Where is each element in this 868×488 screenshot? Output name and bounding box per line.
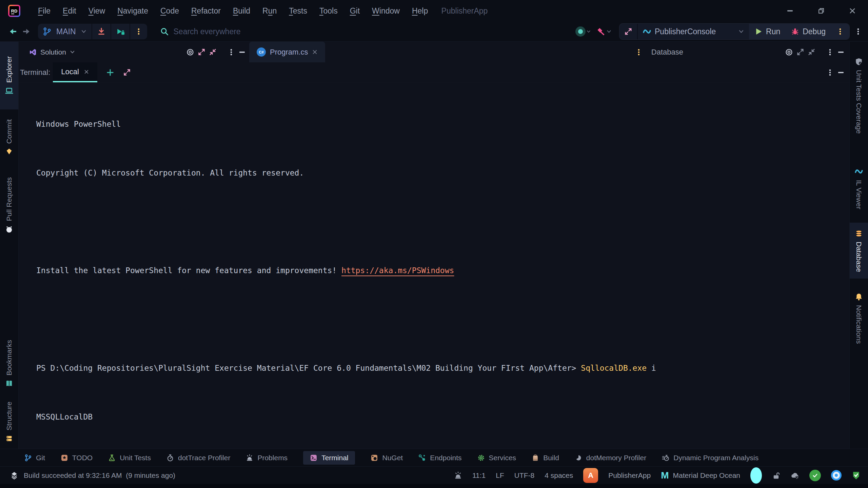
locate-button[interactable] <box>785 48 793 56</box>
profiler-button[interactable] <box>575 26 591 37</box>
theme-widget[interactable]: M Material Deep Ocean <box>661 470 740 481</box>
run-config-selector[interactable]: PublisherConsole <box>637 24 749 39</box>
minimize-icon <box>238 48 246 56</box>
status-run-config[interactable]: PublisherApp <box>608 471 651 480</box>
terminal-tab-local[interactable]: Local <box>53 62 97 82</box>
sidebar-item-il-viewer[interactable]: IL Viewer <box>850 158 868 219</box>
menu-build[interactable]: Build <box>227 6 256 16</box>
sidebar-item-bookmarks[interactable]: Bookmarks <box>0 336 18 392</box>
close-tab-icon[interactable] <box>312 49 318 55</box>
toolwindow-terminal[interactable]: Terminal <box>303 451 355 465</box>
lock-button[interactable] <box>772 471 780 480</box>
toolwindow-todo[interactable]: TODO <box>61 454 93 462</box>
toolwindow-git[interactable]: Git <box>24 454 45 462</box>
bookmarks-icon <box>5 380 13 388</box>
menu-window[interactable]: Window <box>366 6 406 16</box>
profile-badge[interactable]: A <box>583 468 598 483</box>
vcs-more-button[interactable] <box>130 24 147 39</box>
event-log-button[interactable] <box>454 471 462 480</box>
sync-settings-button[interactable] <box>790 471 799 480</box>
commit-push-button[interactable] <box>111 24 130 39</box>
menu-run[interactable]: Run <box>256 6 283 16</box>
eye-dot-icon <box>835 474 838 477</box>
sidebar-item-explorer[interactable]: Explorer <box>0 42 18 109</box>
toolwindow-services[interactable]: Services <box>477 454 516 462</box>
toolwindow-dynamic-program-analysis[interactable]: Dynamic Program Analysis <box>662 454 758 462</box>
sidebar-item-unit-tests-coverage[interactable]: Unit Tests Coverage <box>850 43 868 148</box>
terminal-output[interactable]: Windows PowerShell Copyright (C) Microso… <box>19 83 849 449</box>
restore-button[interactable] <box>806 0 837 22</box>
debug-button[interactable]: Debug <box>786 24 831 39</box>
new-terminal-button[interactable] <box>106 68 114 77</box>
menu-git[interactable]: Git <box>344 6 366 16</box>
toolwindow-dotmemory[interactable]: dotMemory Profiler <box>575 454 646 462</box>
toolwindow-dottrace[interactable]: dotTrace Profiler <box>166 454 230 462</box>
highlight-indicator-icon[interactable] <box>750 467 762 484</box>
menu-help[interactable]: Help <box>406 6 434 16</box>
git-push-lock-icon <box>116 27 125 36</box>
build-status[interactable]: Build succeeded at 9:32:16 AM (9 minutes… <box>10 471 175 480</box>
branch-selector[interactable]: MAIN <box>38 24 92 39</box>
toolwindow-nuget[interactable]: NuGet <box>371 454 403 462</box>
forward-button[interactable] <box>22 27 31 36</box>
toolwindow-unit-tests[interactable]: Unit Tests <box>108 454 151 462</box>
expand-terminal-button[interactable] <box>123 68 131 76</box>
run-more-button[interactable] <box>831 24 849 39</box>
inspections-ok-button[interactable] <box>809 470 821 481</box>
menu-edit[interactable]: Edit <box>57 6 82 16</box>
toolwindow-build[interactable]: Build <box>532 454 559 462</box>
security-shield-button[interactable] <box>852 471 861 480</box>
menu-navigate[interactable]: Navigate <box>111 6 154 16</box>
close-tab-icon[interactable] <box>84 69 89 75</box>
sidebar-item-notifications[interactable]: Notifications <box>850 283 868 354</box>
toolwindow-endpoints[interactable]: Endpoints <box>418 454 461 462</box>
toolwindow-label: dotMemory Profiler <box>586 454 646 462</box>
menu-tools[interactable]: Tools <box>313 6 344 16</box>
file-encoding[interactable]: UTF-8 <box>514 471 535 480</box>
close-button[interactable] <box>837 0 868 22</box>
hide-panel-button[interactable] <box>837 69 845 76</box>
sidebar-item-structure[interactable]: Structure <box>0 396 18 447</box>
collapse-panel-button[interactable] <box>209 48 217 56</box>
kebab-menu-icon <box>135 28 142 35</box>
menu-file[interactable]: File <box>32 6 57 16</box>
line-separator[interactable]: LF <box>496 471 504 480</box>
window-controls <box>774 0 868 22</box>
panel-options-button[interactable] <box>228 48 235 56</box>
sidebar-item-pull-requests[interactable]: Pull Requests <box>0 170 18 241</box>
caret-position[interactable]: 11:1 <box>472 471 486 480</box>
highlighting-level-button[interactable] <box>831 470 842 481</box>
collapse-panel-button[interactable] <box>808 48 815 56</box>
build-solution-button[interactable] <box>596 27 612 36</box>
expand-panel-button[interactable] <box>198 48 205 56</box>
search-everywhere[interactable]: Search everywhere <box>160 27 241 36</box>
expand-run-widget-button[interactable] <box>619 24 637 39</box>
chevron-down-icon[interactable] <box>70 49 75 55</box>
rider-logo-text: RD <box>9 6 19 16</box>
expand-icon <box>123 68 131 76</box>
locate-button[interactable] <box>186 48 194 56</box>
kebab-menu-icon <box>836 28 844 35</box>
build-status-text: Build succeeded at 9:32:16 AM (9 minutes… <box>24 471 175 480</box>
back-button[interactable] <box>9 27 18 36</box>
panel-options-button[interactable] <box>826 48 834 56</box>
toolwindow-problems[interactable]: Problems <box>246 454 288 462</box>
update-project-button[interactable] <box>92 24 111 39</box>
sidebar-item-commit[interactable]: Commit <box>0 114 18 161</box>
sidebar-item-database[interactable]: Database <box>850 223 868 279</box>
menu-code[interactable]: Code <box>154 6 185 16</box>
toolbar-more-button[interactable] <box>854 28 862 35</box>
hide-panel-button[interactable] <box>837 48 845 56</box>
indent-setting[interactable]: 4 spaces <box>545 471 573 480</box>
hide-panel-button[interactable] <box>238 48 246 56</box>
panel-options-button[interactable] <box>826 69 834 76</box>
menu-tests[interactable]: Tests <box>283 6 313 16</box>
menu-view[interactable]: View <box>82 6 111 16</box>
run-button[interactable]: Run <box>749 24 786 39</box>
database-options-button[interactable] <box>635 42 643 62</box>
powershell-link[interactable]: https://aka.ms/PSWindows <box>341 266 454 275</box>
editor-tab-program-cs[interactable]: C# Program.cs <box>249 42 325 62</box>
minimize-button[interactable] <box>774 0 806 22</box>
menu-refactor[interactable]: Refactor <box>185 6 227 16</box>
expand-panel-button[interactable] <box>796 48 804 56</box>
